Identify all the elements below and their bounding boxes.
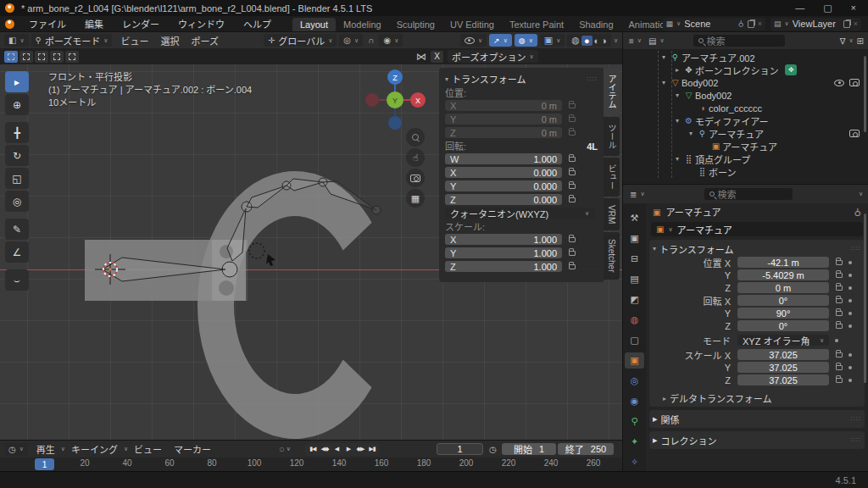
mode-selector[interactable]: ⚲ポーズモード∨ — [31, 34, 113, 47]
snap-magnet-icon[interactable]: ∩ — [365, 36, 376, 45]
select-mode-intersect[interactable] — [65, 51, 79, 63]
mirror-x-toggle[interactable]: X — [431, 51, 443, 63]
outliner-row[interactable]: ▸✥ボーンコレクション✥ — [623, 64, 868, 76]
show-gizmo-selector[interactable]: ∨ — [460, 34, 487, 47]
shading-wireframe-button[interactable]: ◍ — [571, 35, 580, 46]
animate-dot[interactable] — [835, 339, 838, 342]
npanel-scale-x-field[interactable]: X1.000 — [445, 234, 562, 245]
object-name-field[interactable]: ▣ ∨ アーマチュア — [651, 222, 863, 236]
delta-transform-panel[interactable]: ▸ デルタトランスフォーム — [653, 391, 861, 405]
workspace-tab-layout[interactable]: Layout — [292, 18, 336, 32]
properties-tab-render[interactable]: ▣ — [625, 230, 644, 247]
lock-icon[interactable] — [569, 237, 576, 242]
animate-dot[interactable] — [849, 312, 852, 315]
menu-3[interactable]: ウィンドウ — [170, 16, 232, 31]
lock-icon[interactable] — [836, 378, 843, 383]
npanel-rotation-x-field[interactable]: X0.000 — [445, 167, 562, 178]
properties-tab-object[interactable]: ▣ — [625, 352, 644, 369]
timeline-editor-type-button[interactable]: ◷∨ — [4, 443, 28, 456]
animate-dot[interactable] — [849, 324, 852, 328]
viewport-menu-2[interactable]: ポーズ — [185, 34, 224, 47]
workspace-tab-uv-editing[interactable]: UV Editing — [442, 18, 502, 32]
shading-rendered-button[interactable]: ◑ — [601, 36, 607, 46]
panel-header[interactable]: ▸関係∷∷ — [653, 412, 861, 426]
lock-icon[interactable] — [569, 157, 576, 162]
play-button[interactable]: ▶ — [342, 446, 354, 452]
bone-collection-badge-icon[interactable]: ✥ — [785, 64, 797, 75]
shading-dropdown-icon[interactable]: ∨ — [614, 37, 618, 44]
animate-dot[interactable] — [849, 286, 852, 290]
properties-tab-view-layer[interactable]: ▤ — [625, 271, 644, 287]
sidebar-tab-ビュー[interactable]: ビュー — [604, 158, 620, 197]
new-collection-icon[interactable]: ⊞ — [857, 36, 864, 46]
tool-measure[interactable]: ∠ — [5, 241, 29, 263]
new-viewlayer-icon[interactable] — [843, 20, 850, 28]
viewlayer-selector[interactable]: ▤∨ ViewLayer × — [771, 18, 861, 30]
properties-options-icon[interactable]: ∨ — [859, 191, 863, 197]
collapse-icon[interactable]: ▾ — [686, 130, 696, 137]
stopwatch-icon[interactable]: ◷ — [489, 445, 497, 454]
panel-grip-icon[interactable]: ∷∷ — [851, 415, 861, 423]
frame-end-field[interactable]: 終了250 — [558, 443, 614, 455]
outliner-row[interactable]: ▾◑color_cccccc — [623, 102, 868, 114]
properties-tab-bone-constraint[interactable]: ✧ — [625, 454, 644, 470]
workspace-tab-shading[interactable]: Shading — [571, 18, 620, 32]
current-frame-field[interactable]: 1 — [437, 443, 483, 455]
lock-icon[interactable] — [569, 130, 576, 136]
properties-tab-physics[interactable]: ◉ — [625, 393, 644, 409]
animate-dot[interactable] — [849, 366, 852, 369]
lock-icon[interactable] — [569, 264, 576, 269]
collapse-icon[interactable]: ▾ — [672, 117, 682, 125]
outliner-editor-type-button[interactable]: ≡∨ — [627, 35, 643, 47]
timeline-menu-2[interactable]: ビュー — [128, 442, 168, 456]
sidebar-tab-sketcher[interactable]: Sketcher — [604, 232, 620, 279]
workspace-tab-texture-paint[interactable]: Texture Paint — [502, 18, 571, 32]
select-mode-new[interactable] — [4, 51, 18, 63]
lock-icon[interactable] — [836, 273, 843, 278]
collapse-icon[interactable]: ▾ — [659, 79, 669, 86]
pose-options-dropdown[interactable]: ポーズオプション∨ — [448, 50, 538, 63]
filter-funnel-icon[interactable]: ∇ — [840, 36, 846, 46]
lock-icon[interactable] — [569, 184, 576, 189]
animate-dot[interactable] — [849, 353, 852, 357]
properties-tab-world[interactable]: ◍ — [625, 312, 644, 328]
sidebar-tab-ツール[interactable]: ツール — [604, 117, 620, 156]
outliner-row[interactable]: ▾▽Body002 — [623, 89, 868, 102]
scale-field-0[interactable]: 37.025 — [737, 349, 829, 360]
transform-field-0[interactable]: -42.1 m — [737, 257, 829, 268]
gizmos-toggle[interactable]: ↗∨ — [489, 34, 512, 47]
menu-0[interactable]: ファイル — [21, 16, 74, 31]
close-button[interactable]: × — [851, 0, 856, 16]
overlays-toggle[interactable]: ◍∨ — [515, 34, 537, 47]
sidebar-tab-アイテム[interactable]: アイテム — [604, 68, 620, 115]
lock-icon[interactable] — [569, 251, 576, 256]
editor-type-button[interactable]: ◧∨ — [4, 34, 29, 47]
transform-field-5[interactable]: 0° — [737, 320, 829, 331]
viewport-menu-1[interactable]: 選択 — [154, 34, 185, 47]
rotation-mode-dropdown[interactable]: XYZ オイラー角∨ — [737, 335, 829, 346]
current-frame-badge[interactable]: 1 — [35, 458, 54, 470]
properties-scrollbar[interactable] — [864, 214, 866, 383]
npanel-rotation-z-field[interactable]: Z0.000 — [445, 194, 562, 205]
panel-grip-icon[interactable]: ∷∷ — [851, 245, 861, 252]
lock-icon[interactable] — [836, 311, 843, 316]
next-keyframe-button[interactable]: ◆▶ — [354, 446, 366, 452]
pin-icon[interactable]: ⚲ — [738, 19, 744, 28]
perspective-toggle-button[interactable]: ▦ — [406, 189, 425, 208]
lock-icon[interactable] — [836, 286, 843, 291]
shading-material-button[interactable]: ◐ — [594, 36, 600, 46]
outliner-row[interactable]: ▾▣アーマチュア — [623, 140, 868, 152]
viewport-menu-0[interactable]: ビュー — [114, 34, 154, 47]
lock-icon[interactable] — [836, 260, 843, 265]
disable-render-camera-icon[interactable] — [849, 130, 860, 137]
jump-to-end-button[interactable]: ▶▮ — [366, 446, 378, 452]
outliner-row[interactable]: ▾⚲アーマチュア — [623, 127, 868, 140]
collapse-icon[interactable]: ▾ — [445, 75, 448, 83]
tool-annotate[interactable]: ✎ — [5, 219, 29, 240]
npanel-scale-y-field[interactable]: Y1.000 — [445, 247, 562, 258]
animate-dot[interactable] — [849, 261, 852, 264]
tool-cursor[interactable]: ⊕ — [5, 94, 29, 115]
collapse-icon[interactable]: ▾ — [653, 245, 656, 252]
transform-field-1[interactable]: -5.4029 m — [737, 269, 829, 280]
lock-icon[interactable] — [569, 117, 576, 122]
